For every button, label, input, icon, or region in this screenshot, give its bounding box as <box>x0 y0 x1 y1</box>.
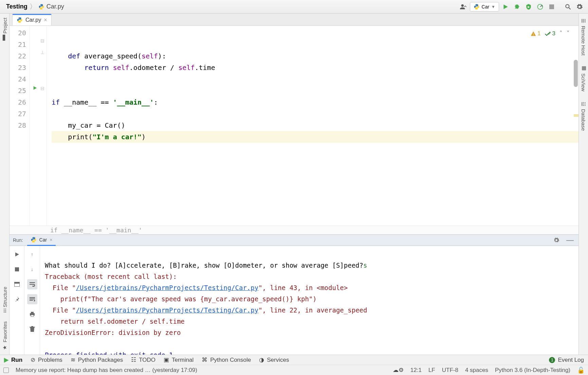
tool-favorites[interactable]: ★ Favorites <box>2 321 8 351</box>
database-icon: ☶ <box>581 101 587 107</box>
settings-icon[interactable] <box>574 2 585 12</box>
editor[interactable]: 20 21 22 23 24 25 26 27 28 ⊟ ⊥ ⊟ def ave… <box>10 26 578 226</box>
run-coverage-button[interactable] <box>523 2 534 12</box>
packages-icon: ≋ <box>71 356 75 363</box>
editor-scrollbar[interactable] <box>574 60 578 87</box>
ok-indicator[interactable]: 3 <box>545 30 555 37</box>
stop-icon[interactable] <box>12 264 22 274</box>
fold-icon[interactable]: ⊟ <box>40 86 44 91</box>
hide-tool-icon[interactable]: — <box>565 237 575 243</box>
code-area[interactable]: def average_speed(self): return self.odo… <box>47 26 578 226</box>
print-icon[interactable] <box>27 309 37 319</box>
traceback-link[interactable]: /Users/jetbrains/PycharmProjects/Testing… <box>76 284 259 291</box>
gutter-icons: ⊟ ⊥ ⊟ <box>30 26 47 226</box>
sciview-icon: ▦ <box>581 65 587 71</box>
todo-icon: ☷ <box>131 356 136 363</box>
tool-settings-icon[interactable] <box>552 236 561 245</box>
status-sdk[interactable]: Python 3.6 (In-Depth-Testing) <box>495 367 570 374</box>
left-tool-strip: ▋ Project ⠿ Structure ★ Favorites <box>0 14 10 355</box>
tool-project[interactable]: ▋ Project <box>2 17 8 40</box>
down-icon[interactable]: ↓ <box>27 264 37 274</box>
stripe-marker[interactable] <box>574 114 578 117</box>
tool-run[interactable]: ▶ Run <box>4 356 22 363</box>
tool-python-packages[interactable]: ≋ Python Packages <box>71 356 123 363</box>
breadcrumb-root[interactable]: Testing <box>6 3 27 10</box>
tool-problems[interactable]: ⊘ Problems <box>31 356 62 363</box>
status-panel-icon[interactable] <box>3 368 9 373</box>
svg-rect-4 <box>15 267 19 271</box>
run-tab-car[interactable]: Car × <box>27 234 56 246</box>
tool-sciview[interactable]: ▦ SciView <box>581 65 587 92</box>
pin-icon[interactable] <box>12 294 22 304</box>
trash-icon[interactable] <box>27 324 37 334</box>
run-tool-header: Run: Car × — <box>10 234 578 246</box>
event-count-badge: 1 <box>549 357 555 363</box>
run-config-label: Car <box>482 4 490 10</box>
up-icon[interactable]: ↑ <box>27 249 37 260</box>
tool-event-log[interactable]: 1 Event Log <box>549 357 584 363</box>
tool-python-console[interactable]: ⌘ Python Console <box>202 356 251 363</box>
editor-tab-label: Car.py <box>25 17 41 23</box>
editor-tab-bar: Car.py × <box>10 14 578 26</box>
inspection-indicators[interactable]: 1 3 ˄ ˅ <box>529 29 571 38</box>
svg-line-3 <box>569 7 571 9</box>
status-line-sep[interactable]: LF <box>428 367 435 374</box>
editor-tab-car[interactable]: Car.py × <box>12 14 52 25</box>
console-output[interactable]: What should I do? [A]ccelerate, [B]rake,… <box>40 246 578 355</box>
fold-icon[interactable]: ⊟ <box>40 38 44 43</box>
next-highlight-icon[interactable]: ˅ <box>567 30 570 37</box>
status-message: Memory use report: Heap dump has been cr… <box>16 367 197 374</box>
svg-rect-6 <box>14 282 20 284</box>
lock-icon[interactable]: 🔓 <box>577 367 585 374</box>
debug-button[interactable] <box>512 2 522 12</box>
bg-tasks-icon[interactable]: ☁⚙ <box>393 367 404 374</box>
status-encoding[interactable]: UTF-8 <box>442 367 458 374</box>
python-file-icon <box>17 17 23 23</box>
tool-terminal[interactable]: ▣ Terminal <box>164 356 194 363</box>
rerun-icon[interactable] <box>12 249 22 260</box>
breadcrumb-file[interactable]: Car.py <box>38 3 64 10</box>
line-number-gutter: 20 21 22 23 24 25 26 27 28 <box>10 26 30 226</box>
layout-icon[interactable] <box>12 279 22 289</box>
close-icon[interactable]: × <box>50 237 52 243</box>
add-user-icon[interactable] <box>458 2 468 12</box>
run-config-selector[interactable]: Car ▼ <box>470 2 499 12</box>
tool-todo[interactable]: ☷ TODO <box>131 356 155 363</box>
services-icon: ◑ <box>259 356 264 363</box>
svg-rect-8 <box>31 312 34 313</box>
scroll-end-icon[interactable] <box>27 294 37 304</box>
project-icon: ▋ <box>3 35 7 41</box>
structure-icon: ⠿ <box>3 308 6 315</box>
warnings-indicator[interactable]: 1 <box>531 30 540 37</box>
status-caret-pos[interactable]: 12:1 <box>410 367 422 374</box>
terminal-icon: ▣ <box>164 356 169 363</box>
traceback-link[interactable]: /Users/jetbrains/PycharmProjects/Testing… <box>76 306 259 314</box>
tool-structure[interactable]: ⠿ Structure <box>2 286 8 314</box>
close-icon[interactable]: × <box>44 17 47 23</box>
python-console-icon: ⌘ <box>202 356 207 363</box>
svg-point-2 <box>566 4 569 8</box>
run-tool-body: ↑ ↓ What should I do? [A]ccelerate, [B]r… <box>10 246 578 355</box>
tool-database[interactable]: ☶ Database <box>581 100 587 131</box>
top-navbar: Testing 〉 Car.py Car ▼ <box>0 0 588 14</box>
tool-services[interactable]: ◑ Services <box>259 356 289 363</box>
breadcrumb: Testing 〉 Car.py <box>6 2 64 11</box>
right-tool-strip: ☰ Remote Host ▦ SciView ☶ Database <box>578 14 588 355</box>
bottom-tool-strip: ▶ Run ⊘ Problems ≋ Python Packages ☷ TOD… <box>0 355 588 365</box>
tool-remote-host[interactable]: ☰ Remote Host <box>581 17 587 56</box>
search-icon[interactable] <box>563 2 573 12</box>
python-file-icon <box>38 4 44 10</box>
run-button[interactable] <box>500 2 511 12</box>
chevron-right-icon: 〉 <box>30 2 36 11</box>
svg-rect-1 <box>549 4 554 9</box>
profile-button[interactable] <box>535 2 545 12</box>
run-gutter-icon[interactable] <box>33 86 37 90</box>
stop-button[interactable] <box>547 2 557 12</box>
soft-wrap-icon[interactable] <box>27 279 37 289</box>
chevron-down-icon: ▼ <box>491 4 495 9</box>
prev-highlight-icon[interactable]: ˄ <box>559 30 563 37</box>
problems-icon: ⊘ <box>31 356 35 363</box>
status-indent[interactable]: 4 spaces <box>465 367 488 374</box>
run-actions-col1 <box>10 246 24 355</box>
fold-end-icon[interactable]: ⊥ <box>40 50 44 55</box>
